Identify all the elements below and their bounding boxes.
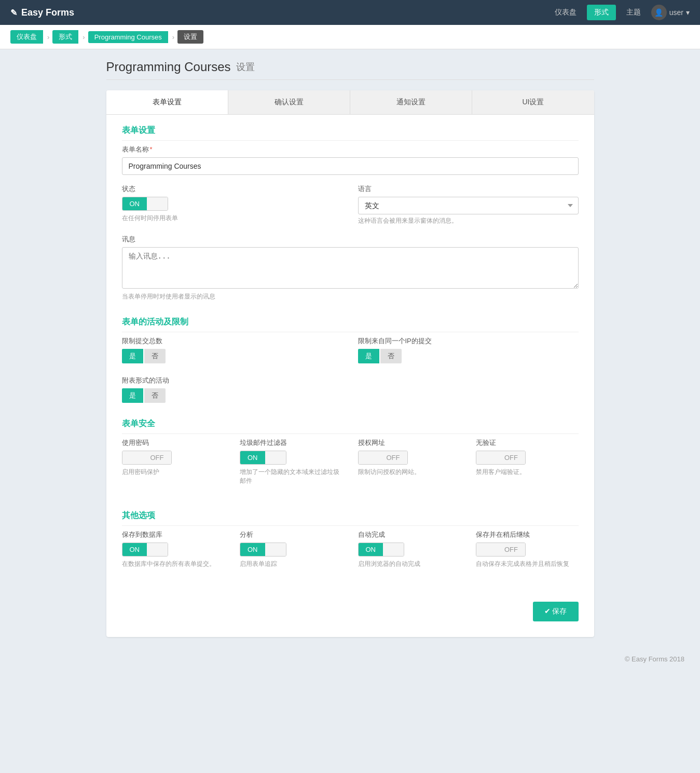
password-toggle[interactable]: OFF <box>122 451 172 465</box>
message-textarea[interactable] <box>122 247 579 289</box>
analytics-toggle[interactable]: ON <box>240 543 286 557</box>
save-db-label: 保存到数据库 <box>122 530 225 539</box>
user-label: user <box>669 8 683 17</box>
form-name-group: 表单名称* <box>122 145 579 175</box>
autocomplete-help: 启用浏览器的自动完成 <box>358 560 461 568</box>
limit-row: 限制提交总数 是 否 限制来自同一个IP的提交 是 否 <box>122 336 579 376</box>
analytics-label: 分析 <box>240 530 342 539</box>
dropdown-icon: ▾ <box>686 8 690 17</box>
autocomplete-toggle-wrapper: ON <box>358 543 461 557</box>
language-label: 语言 <box>358 184 579 194</box>
nav-dashboard[interactable]: 仪表盘 <box>547 5 584 20</box>
section4-title: 其他选项 <box>122 510 579 526</box>
password-group: 使用密码 OFF 启用密码保护 <box>122 438 225 485</box>
form-active-label: 附表形式的活动 <box>122 376 579 385</box>
status-group: 状态 ON 在任何时间停用表单 <box>122 184 342 225</box>
autocomplete-on-btn[interactable]: ON <box>359 543 383 556</box>
page-title-main: Programming Courses <box>106 60 231 74</box>
security-row: 使用密码 OFF 启用密码保护 垃圾邮件过滤器 ON <box>122 438 579 495</box>
no-verify-off-btn[interactable]: OFF <box>497 451 525 464</box>
form-active-yes-btn[interactable]: 是 <box>122 388 143 403</box>
breadcrumb-link-forms[interactable]: 形式 <box>52 30 78 44</box>
password-toggle-wrapper: OFF <box>122 451 225 465</box>
save-db-on-btn[interactable]: ON <box>122 543 147 556</box>
password-off-btn[interactable]: OFF <box>143 451 171 464</box>
nav-user[interactable]: 👤 user ▾ <box>651 5 690 20</box>
language-select[interactable]: 英文 中文 日文 法文 德文 <box>358 197 579 214</box>
limit-total-no-btn[interactable]: 否 <box>144 349 166 363</box>
save-button[interactable]: ✔ 保存 <box>533 602 579 621</box>
language-group: 语言 英文 中文 日文 法文 德文 这种语言会被用来显示窗体的消息。 <box>358 184 579 225</box>
breadcrumb-link-dashboard[interactable]: 仪表盘 <box>10 30 43 44</box>
settings-card: 表单设置 确认设置 通知设置 UI设置 表单设置 表单名称* 状态 <box>106 90 594 637</box>
status-toggle-wrapper: ON <box>122 197 342 211</box>
page-title-sub: 设置 <box>236 61 255 73</box>
form-active-toggle[interactable]: 是 否 <box>122 388 579 403</box>
breadcrumb-current: 设置 <box>177 30 203 44</box>
auth-url-label: 授权网址 <box>358 438 461 447</box>
tab-notify-settings[interactable]: 通知设置 <box>350 90 472 114</box>
auth-url-toggle-wrapper: OFF <box>358 451 461 465</box>
status-toggle[interactable]: ON <box>122 197 169 211</box>
password-spacer <box>122 451 143 464</box>
form-active-no-btn[interactable]: 否 <box>144 388 166 403</box>
no-verify-label: 无验证 <box>476 438 579 447</box>
no-verify-spacer <box>476 451 497 464</box>
breadcrumb-item-dashboard[interactable]: 仪表盘 <box>10 30 44 44</box>
nav-theme[interactable]: 主题 <box>619 5 648 20</box>
limit-total-group: 限制提交总数 是 否 <box>122 336 342 367</box>
limit-ip-toggle[interactable]: 是 否 <box>358 349 579 363</box>
brand-name: Easy Forms <box>21 7 74 18</box>
spam-toggle[interactable]: ON <box>240 451 286 465</box>
save-draft-label: 保存并在稍后继续 <box>476 530 579 539</box>
password-help: 启用密码保护 <box>122 468 225 477</box>
auth-url-toggle[interactable]: OFF <box>358 451 408 465</box>
auth-url-off-btn[interactable]: OFF <box>379 451 407 464</box>
breadcrumb-item-forms[interactable]: 形式 <box>52 30 79 44</box>
nav-forms[interactable]: 形式 <box>587 5 616 20</box>
tab-ui-settings[interactable]: UI设置 <box>472 90 594 114</box>
analytics-group: 分析 ON 启用表单追踪 <box>240 530 342 568</box>
status-on-btn[interactable]: ON <box>122 197 147 210</box>
save-db-toggle[interactable]: ON <box>122 543 169 557</box>
spam-label: 垃圾邮件过滤器 <box>240 438 342 447</box>
footer-text: © Easy Forms 2018 <box>625 655 684 663</box>
form-name-label: 表单名称* <box>122 145 579 154</box>
autocomplete-label: 自动完成 <box>358 530 461 539</box>
title-divider <box>106 79 594 80</box>
save-db-help: 在数据库中保存的所有表单提交。 <box>122 560 225 568</box>
limit-ip-label: 限制来自同一个IP的提交 <box>358 336 579 346</box>
spam-help: 增加了一个隐藏的文本域来过滤垃圾邮件 <box>240 468 342 485</box>
tab-form-settings[interactable]: 表单设置 <box>106 90 228 114</box>
save-draft-toggle[interactable]: OFF <box>476 543 526 557</box>
form-name-input[interactable] <box>122 157 579 175</box>
limit-total-toggle[interactable]: 是 否 <box>122 349 342 363</box>
save-draft-off-btn[interactable]: OFF <box>497 543 525 556</box>
limit-ip-yes-btn[interactable]: 是 <box>358 349 379 363</box>
breadcrumb-link-pc[interactable]: Programming Courses <box>88 31 168 43</box>
limit-ip-no-btn[interactable]: 否 <box>380 349 402 363</box>
breadcrumb-sep-1: › <box>47 33 49 41</box>
footer: © Easy Forms 2018 <box>0 647 700 671</box>
status-help: 在任何时间停用表单 <box>122 214 342 223</box>
status-spacer <box>147 197 168 210</box>
section2-title: 表单的活动及限制 <box>122 317 579 332</box>
required-star: * <box>150 145 153 153</box>
spam-spacer <box>265 451 286 464</box>
limit-total-yes-btn[interactable]: 是 <box>122 349 143 363</box>
message-help: 当表单停用时对使用者显示的讯息 <box>122 292 579 301</box>
autocomplete-toggle[interactable]: ON <box>358 543 405 557</box>
password-label: 使用密码 <box>122 438 225 447</box>
save-db-toggle-wrapper: ON <box>122 543 225 557</box>
tab-confirm-settings[interactable]: 确认设置 <box>228 90 350 114</box>
no-verify-toggle[interactable]: OFF <box>476 451 526 465</box>
spam-toggle-wrapper: ON <box>240 451 342 465</box>
limit-ip-group: 限制来自同一个IP的提交 是 否 <box>358 336 579 367</box>
spam-group: 垃圾邮件过滤器 ON 增加了一个隐藏的文本域来过滤垃圾邮件 <box>240 438 342 485</box>
breadcrumb-item-pc[interactable]: Programming Courses <box>88 31 169 43</box>
save-area: ✔ 保存 <box>122 593 579 621</box>
page-content: Programming Courses 设置 表单设置 确认设置 通知设置 UI… <box>91 49 610 647</box>
breadcrumb-sep-2: › <box>83 33 85 41</box>
spam-on-btn[interactable]: ON <box>240 451 265 464</box>
analytics-on-btn[interactable]: ON <box>240 543 265 556</box>
